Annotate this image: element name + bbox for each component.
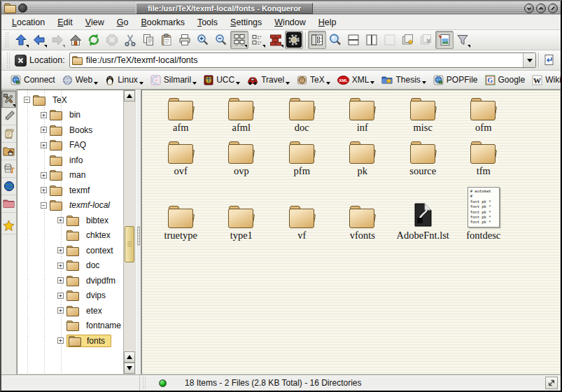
expand-icon[interactable]	[41, 127, 47, 133]
tree-item-texmf[interactable]: texmf	[17, 183, 124, 198]
stop-button[interactable]	[103, 31, 121, 49]
expand-icon[interactable]	[57, 337, 64, 344]
menu-view[interactable]: View	[79, 16, 111, 29]
go-button[interactable]	[541, 52, 558, 69]
expand-icon[interactable]	[41, 172, 47, 178]
scroll-up-button[interactable]	[124, 90, 135, 102]
bookmark-travel[interactable]: Travel	[244, 74, 293, 87]
clear-location-button[interactable]	[15, 55, 27, 66]
icon-inf[interactable]: inf	[332, 90, 393, 134]
icon-view-button[interactable]	[230, 31, 248, 49]
menu-location[interactable]: Location	[6, 16, 51, 29]
expand-icon[interactable]	[57, 277, 64, 284]
forward-button[interactable]	[48, 31, 66, 49]
icon-adobefnt-lst[interactable]: AdobeFnt.lst	[393, 177, 454, 241]
location-dropdown-button[interactable]	[523, 53, 535, 67]
bookmark-web[interactable]: Web	[59, 74, 101, 87]
icon-fontdesc[interactable]: # automat # font pk * font pk * font pk …	[454, 177, 514, 241]
pin-button[interactable]	[18, 4, 27, 13]
folder-icon-view[interactable]: afm afml doc inf misc ofm ovf ovp pfm pk…	[141, 90, 561, 374]
expand-icon[interactable]	[41, 187, 47, 193]
bookmark-thesis[interactable]: Thesis	[378, 74, 429, 86]
statusbar-handle[interactable]	[142, 377, 147, 388]
menu-help[interactable]: Help	[312, 16, 343, 29]
titlebar[interactable]: file:/usr/TeX/texmf-local/fonts - Konque…	[1, 1, 561, 15]
reload-button[interactable]	[85, 31, 103, 49]
home-button[interactable]	[66, 31, 85, 49]
icon-type1[interactable]: type1	[211, 177, 272, 241]
tree-item-context[interactable]: context	[17, 243, 124, 258]
toolbar-handle[interactable]	[5, 32, 10, 48]
zoom-out-button[interactable]	[212, 31, 230, 49]
bookmark-popfile[interactable]: POPFile	[430, 74, 482, 87]
scrollbar-thumb[interactable]	[125, 226, 134, 262]
tree-item-faq[interactable]: FAQ	[17, 138, 124, 153]
icon-pfm[interactable]: pfm	[272, 134, 332, 177]
sidebar-toggle-button[interactable]	[308, 31, 326, 49]
scroll-down-button[interactable]	[124, 363, 135, 374]
cut-button[interactable]	[121, 31, 139, 49]
panel-splitter[interactable]	[136, 90, 141, 374]
expand-icon[interactable]	[41, 142, 47, 148]
collapse-icon[interactable]	[24, 97, 30, 103]
menu-tools[interactable]: Tools	[191, 16, 224, 29]
expand-icon[interactable]	[57, 247, 64, 253]
back-button[interactable]	[30, 31, 48, 49]
tree-item-doc[interactable]: doc	[17, 258, 124, 274]
icon-vf[interactable]: vf	[272, 177, 332, 241]
tree-item-texmf-local[interactable]: texmf-local	[17, 198, 124, 214]
tree-item-bin[interactable]: bin	[17, 108, 124, 123]
copy-button[interactable]	[139, 31, 157, 49]
menu-window[interactable]: Window	[268, 16, 311, 29]
zoom-in-button[interactable]	[194, 31, 212, 49]
icon-tfm[interactable]: tfm	[454, 134, 514, 177]
find-file-button[interactable]	[326, 31, 344, 49]
print-button[interactable]	[176, 31, 194, 49]
bookmark-wikipedia[interactable]: WWikipedia	[528, 74, 562, 87]
sidebar-tab-network[interactable]	[1, 178, 16, 195]
bookmark-silmaril[interactable]: Silmaril	[147, 74, 200, 87]
collapse-icon[interactable]	[41, 202, 47, 209]
tree-item-tex[interactable]: TeX	[17, 92, 124, 108]
expand-icon[interactable]	[57, 293, 64, 299]
sidebar-tab-home[interactable]	[1, 143, 16, 160]
filter-button[interactable]	[454, 31, 472, 49]
gear-view-button[interactable]	[285, 31, 303, 49]
tree-item-bibtex[interactable]: bibtex	[17, 213, 124, 228]
sidebar-tab-root-folder[interactable]	[1, 195, 16, 213]
menu-edit[interactable]: Edit	[51, 16, 79, 29]
bookmark-google[interactable]: GGoogle	[482, 74, 529, 87]
bricks-view-button[interactable]	[267, 31, 285, 49]
maximize-button[interactable]	[536, 4, 546, 13]
bookmark-linux[interactable]: Linux	[101, 74, 147, 87]
tree-item-chktex[interactable]: chktex	[17, 228, 124, 244]
close-tab-button[interactable]	[417, 31, 435, 49]
tree-item-books[interactable]: Books	[17, 122, 124, 138]
sidebar-tab-services[interactable]	[1, 160, 16, 178]
menu-bookmarks[interactable]: Bookmarks	[134, 16, 191, 29]
up-button[interactable]	[12, 31, 30, 49]
menu-settings[interactable]: Settings	[224, 16, 268, 29]
preview-toggle-button[interactable]	[435, 31, 454, 49]
menu-go[interactable]: Go	[111, 16, 135, 29]
multicolumn-view-button[interactable]	[248, 31, 267, 49]
expand-icon[interactable]	[57, 217, 64, 223]
sidebar-tab-history[interactable]	[1, 125, 16, 143]
icon-ovf[interactable]: ovf	[150, 134, 211, 177]
bookmark-tex[interactable]: TeX	[293, 74, 334, 87]
bookmark-xml[interactable]: XMLXML	[334, 74, 379, 86]
split-top-bottom-button[interactable]	[344, 31, 363, 49]
sidebar-tab-pen[interactable]	[1, 108, 16, 125]
icon-vfonts[interactable]: vfonts	[332, 177, 393, 241]
icon-ofm[interactable]: ofm	[454, 90, 514, 134]
window-menu-button[interactable]	[4, 4, 15, 13]
tree-item-fontname[interactable]: fontname	[17, 318, 124, 334]
paste-button[interactable]	[157, 31, 176, 49]
icon-pk[interactable]: pk	[332, 134, 393, 177]
tree-item-fonts[interactable]: fonts	[17, 333, 124, 349]
expand-icon[interactable]	[57, 307, 64, 314]
bookmark-connect[interactable]: Connect	[7, 74, 59, 87]
tree-scrollbar[interactable]	[123, 90, 135, 374]
resize-grip[interactable]	[545, 377, 558, 389]
expand-icon[interactable]	[57, 262, 64, 269]
